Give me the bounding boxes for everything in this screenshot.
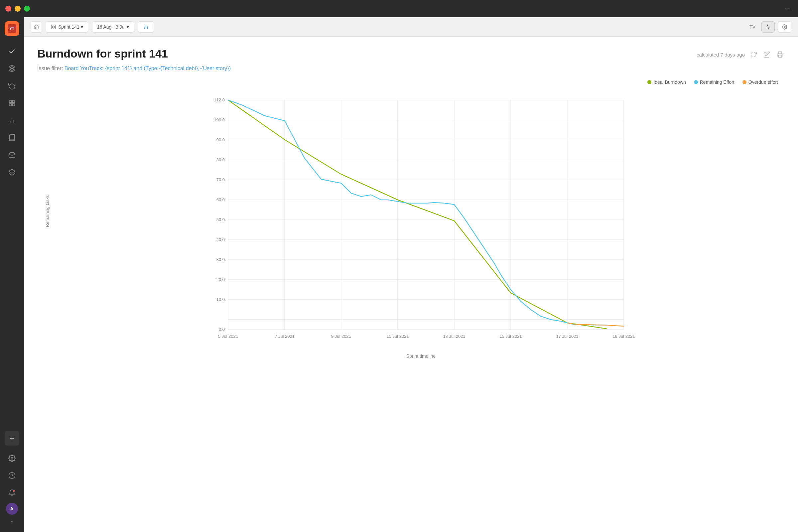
- sidebar-item-settings[interactable]: [5, 451, 19, 466]
- sidebar: YT: [0, 17, 24, 532]
- chart-view-icon: [765, 24, 771, 30]
- minimize-button[interactable]: [15, 6, 21, 12]
- sidebar-item-notifications[interactable]: [5, 486, 19, 500]
- target-icon: [8, 65, 16, 72]
- sidebar-item-target[interactable]: [5, 61, 19, 76]
- svg-text:30.0: 30.0: [216, 257, 225, 262]
- sidebar-item-check[interactable]: [5, 44, 19, 58]
- svg-rect-26: [778, 55, 782, 58]
- logo-inner: YT: [8, 24, 16, 33]
- svg-text:90.0: 90.0: [216, 137, 225, 142]
- maximize-button[interactable]: [24, 6, 30, 12]
- help-icon: [8, 472, 16, 479]
- sidebar-item-inbox[interactable]: [5, 148, 19, 162]
- remaining-effort-dot: [694, 80, 698, 84]
- svg-text:50.0: 50.0: [216, 217, 225, 222]
- inbox-icon: [8, 151, 16, 158]
- svg-text:60.0: 60.0: [216, 197, 225, 202]
- svg-point-14: [11, 457, 13, 459]
- app-logo[interactable]: YT: [5, 21, 19, 36]
- svg-rect-18: [52, 25, 53, 26]
- sidebar-item-help[interactable]: [5, 468, 19, 483]
- svg-point-17: [13, 490, 15, 492]
- content-area: Sprint 141 ▾ 16 Aug - 3 Jul ▾ TV: [24, 17, 798, 532]
- date-range-button[interactable]: 16 Aug - 3 Jul ▾: [92, 21, 134, 33]
- report-area: Burndown for sprint 141 calculated 7 day…: [24, 37, 798, 532]
- board-icon: [51, 24, 56, 30]
- svg-text:80.0: 80.0: [216, 157, 225, 162]
- svg-text:10.0: 10.0: [216, 297, 225, 302]
- svg-text:20.0: 20.0: [216, 277, 225, 282]
- x-axis-label: Sprint timeline: [57, 354, 785, 359]
- svg-rect-3: [9, 100, 11, 102]
- svg-point-2: [11, 68, 13, 69]
- svg-text:70.0: 70.0: [216, 177, 225, 182]
- user-avatar[interactable]: A: [6, 503, 18, 515]
- filter-link[interactable]: Board YouTrack: {sprint 141} and (Type:-…: [64, 65, 231, 71]
- svg-rect-19: [54, 25, 56, 26]
- bell-icon: [8, 489, 16, 496]
- svg-rect-5: [12, 104, 14, 106]
- settings-icon: [782, 24, 787, 30]
- burndown-chart: 112.0 100.0 90.0 80.0 70.0 60.0 50.0 40.…: [57, 90, 785, 349]
- svg-text:112.0: 112.0: [214, 97, 225, 102]
- home-button[interactable]: [31, 21, 42, 33]
- svg-text:17 Jul 2021: 17 Jul 2021: [556, 334, 578, 339]
- report-settings-button[interactable]: [778, 21, 791, 33]
- remaining-effort-line: [228, 100, 607, 325]
- board-button[interactable]: Sprint 141 ▾: [46, 21, 88, 33]
- y-axis-label: Remaining tasks: [45, 191, 50, 231]
- main-layout: YT: [0, 17, 798, 532]
- sidebar-nav: [5, 44, 19, 431]
- sidebar-item-stack[interactable]: [5, 165, 19, 179]
- svg-rect-4: [12, 100, 14, 102]
- ideal-burndown-line: [228, 100, 607, 329]
- home-icon: [34, 24, 39, 30]
- svg-text:7 Jul 2021: 7 Jul 2021: [274, 334, 294, 339]
- svg-text:13 Jul 2021: 13 Jul 2021: [443, 334, 465, 339]
- calculated-timestamp: calculated 7 days ago: [697, 52, 745, 58]
- sidebar-item-reports[interactable]: [5, 113, 19, 128]
- history-icon: [8, 82, 16, 90]
- print-button[interactable]: [775, 50, 785, 59]
- svg-rect-20: [54, 27, 56, 29]
- refresh-button[interactable]: [749, 50, 758, 59]
- dashboard-icon: [8, 99, 16, 107]
- svg-point-25: [784, 26, 785, 27]
- check-icon: [8, 48, 16, 55]
- chart-type-button[interactable]: [138, 21, 154, 33]
- titlebar: ···: [0, 0, 798, 17]
- expand-button[interactable]: »: [9, 517, 15, 525]
- overdue-effort-line: [567, 323, 624, 326]
- overdue-effort-label: Overdue effort: [748, 79, 778, 85]
- traffic-lights: [5, 6, 30, 12]
- legend-ideal-burndown: Ideal Burndown: [647, 79, 686, 85]
- bar-chart-icon: [142, 24, 149, 30]
- report-title: Burndown for sprint 141: [37, 47, 168, 60]
- svg-text:15 Jul 2021: 15 Jul 2021: [499, 334, 522, 339]
- svg-text:100.0: 100.0: [214, 117, 225, 122]
- sidebar-item-history[interactable]: [5, 78, 19, 93]
- svg-rect-6: [9, 104, 11, 106]
- remaining-effort-label: Remaining Effort: [700, 79, 735, 85]
- svg-text:40.0: 40.0: [216, 237, 225, 242]
- svg-text:11 Jul 2021: 11 Jul 2021: [386, 334, 408, 339]
- gear-icon: [8, 455, 16, 462]
- chart-legend: Ideal Burndown Remaining Effort Overdue …: [37, 79, 778, 85]
- close-button[interactable]: [5, 6, 11, 12]
- titlebar-menu-icon[interactable]: ···: [785, 4, 793, 13]
- add-button[interactable]: [5, 431, 19, 445]
- printer-icon: [777, 51, 783, 58]
- svg-rect-21: [52, 27, 53, 29]
- reports-icon: [8, 117, 16, 124]
- sidebar-item-knowledge[interactable]: [5, 130, 19, 145]
- svg-text:19 Jul 2021: 19 Jul 2021: [612, 334, 635, 339]
- svg-text:0.0: 0.0: [219, 327, 225, 332]
- report-filter: Issue filter: Board YouTrack: {sprint 14…: [37, 65, 785, 72]
- chart-view-button[interactable]: [761, 21, 775, 33]
- edit-button[interactable]: [762, 50, 772, 59]
- refresh-icon: [750, 51, 757, 58]
- svg-text:5 Jul 2021: 5 Jul 2021: [218, 334, 238, 339]
- sidebar-item-dashboard[interactable]: [5, 96, 19, 110]
- legend-remaining-effort: Remaining Effort: [694, 79, 735, 85]
